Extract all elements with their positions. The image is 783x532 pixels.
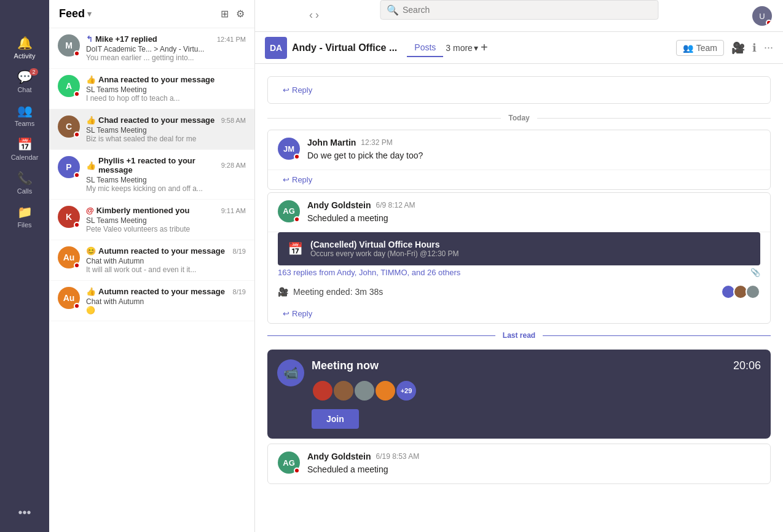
feed-preview: You mean earlier ... getting into...	[86, 53, 246, 62]
participant-avatar	[353, 380, 376, 402]
feed-item-content: 👍 Autumn reacted to your message 8/19 Ch…	[86, 287, 246, 315]
sidebar-item-chat[interactable]: 💬 2 Chat	[0, 65, 49, 98]
topbar: ‹ › 🔍 U	[255, 0, 783, 32]
sidebar-item-teams[interactable]: 👥 Teams	[0, 98, 49, 132]
msg-header: Andy Goldstein 6/9 8:12 AM	[307, 200, 760, 210]
feed-sender: 👍 Phyllis +1 reacted to your message	[86, 156, 221, 174]
feed-title: Feed ▾	[59, 7, 216, 20]
status-dot	[294, 467, 300, 474]
sidebar-more[interactable]: •••	[18, 506, 31, 520]
list-item[interactable]: P 👍 Phyllis +1 reacted to your message 9…	[49, 150, 254, 200]
forward-button[interactable]: ›	[315, 9, 319, 22]
reply-button[interactable]: ↩ Reply	[278, 307, 760, 321]
meeting-subtitle: Occurs every work day (Mon-Fri) @12:30 P…	[310, 249, 459, 258]
feed-title-chevron[interactable]: ▾	[87, 9, 92, 18]
feed-item-content: @ Kimberly mentioned you 9:11 AM SL Team…	[86, 206, 246, 233]
feed-subject: Chat with Autumn	[86, 297, 246, 306]
video-call-button[interactable]: 🎥	[731, 41, 745, 55]
msg-text: Do we get to pick the day too?	[307, 150, 760, 162]
feed-preview: Biz is what sealed the deal for me	[86, 135, 246, 143]
message-thread: AG Andy Goldstein 6/19 8:53 AM Scheduled…	[267, 444, 771, 484]
meeting-now-card: 📹 Meeting now 20:06 +29 Join	[267, 350, 771, 439]
user-avatar[interactable]: U	[751, 5, 773, 27]
feed-time: 9:11 AM	[221, 207, 246, 214]
message-avatar: AG	[278, 452, 300, 474]
search-icon: 🔍	[387, 4, 399, 16]
list-item[interactable]: A 👍 Anna reacted to your message ··· SL …	[49, 69, 254, 109]
list-item[interactable]: K @ Kimberly mentioned you 9:11 AM SL Te…	[49, 200, 254, 240]
msg-time: 6/19 8:53 AM	[376, 452, 419, 461]
avatar-wrap: C	[58, 115, 80, 138]
tab-more[interactable]: 3 more ▾	[446, 43, 478, 53]
reply-count[interactable]: 163 replies from Andy, John, TIMMO, and …	[268, 265, 770, 280]
sidebar-item-label: Files	[17, 221, 31, 229]
divider-line	[267, 118, 501, 119]
feed-preview: 🟡	[86, 306, 246, 315]
search-input[interactable]	[403, 5, 651, 15]
feed-item-content: 👍 Phyllis +1 reacted to your message 9:2…	[86, 156, 246, 193]
sidebar: 🔔 Activity 💬 2 Chat 👥 Teams 📅 Calendar 📞…	[0, 0, 49, 532]
status-dot	[74, 50, 80, 57]
feed-subject: SL Teams Meeting	[86, 216, 246, 225]
tab-posts[interactable]: Posts	[407, 39, 443, 57]
feed-item-header: 👍 Anna reacted to your message ···	[86, 75, 246, 84]
feed-preview: My mic keeps kicking on and off a...	[86, 184, 246, 193]
list-item[interactable]: C 👍 Chad reacted to your message 9:58 AM…	[49, 109, 254, 150]
last-read-divider: Last read	[255, 326, 783, 345]
feed-time: 12:41 PM	[217, 36, 246, 43]
feed-item-content: ↰ Mike +17 replied 12:41 PM DoIT Academi…	[86, 34, 246, 62]
avatar-wrap: Au	[58, 287, 80, 309]
reply-button[interactable]: ↩ Reply	[278, 173, 760, 187]
more-options-button[interactable]: ···	[764, 41, 773, 54]
feed-preview: Pete Valeo volunteers as tribute	[86, 225, 246, 233]
team-icon: 👥	[683, 43, 693, 53]
join-meeting-button[interactable]: Join	[312, 409, 359, 429]
meeting-ended-row: 🎥 Meeting ended: 3m 38s	[268, 280, 770, 304]
message-avatar: AG	[278, 200, 300, 222]
day-label: Today	[508, 114, 529, 122]
sidebar-item-activity[interactable]: 🔔 Activity	[0, 31, 49, 65]
feed-item-content: 👍 Anna reacted to your message ··· SL Te…	[86, 75, 246, 103]
last-read-line-right	[543, 335, 771, 336]
team-button[interactable]: 👥 Team	[676, 40, 724, 56]
files-icon: 📁	[17, 205, 33, 219]
settings-icon[interactable]: ⚙	[236, 8, 245, 20]
channel-avatar: DA	[265, 37, 287, 59]
feed-item-header: 👍 Phyllis +1 reacted to your message 9:2…	[86, 156, 246, 174]
channel-actions: 👥 Team 🎥 ℹ ···	[676, 40, 773, 56]
msg-text: Scheduled a meeting	[307, 213, 760, 225]
feed-item-header: @ Kimberly mentioned you 9:11 AM	[86, 206, 246, 215]
channel-header: DA Andy - Virtual Office ... Posts 3 mor…	[255, 32, 783, 64]
msg-header: Andy Goldstein 6/19 8:53 AM	[307, 452, 760, 461]
add-tab-button[interactable]: +	[481, 41, 488, 55]
message-avatar: JM	[278, 138, 300, 160]
info-button[interactable]: ℹ	[752, 41, 757, 55]
msg-time: 6/9 8:12 AM	[376, 201, 415, 209]
chevron-down-icon: ▾	[474, 43, 478, 53]
feed-sender: ↰ Mike +17 replied	[86, 34, 157, 44]
sidebar-item-files[interactable]: 📁 Files	[0, 200, 49, 233]
reply-button[interactable]: ↩ Reply	[278, 83, 760, 97]
feed-sender: 👍 Anna reacted to your message	[86, 75, 214, 84]
list-item[interactable]: Au 😊 Autumn reacted to your message 8/19…	[49, 240, 254, 281]
sidebar-item-calendar[interactable]: 📅 Calendar	[0, 132, 49, 166]
sidebar-item-calls[interactable]: 📞 Calls	[0, 166, 49, 200]
feed-subject: SL Teams Meeting	[86, 85, 246, 94]
message-item: JM John Martin 12:32 PM Do we get to pic…	[268, 130, 770, 170]
meeting-now-camera-icon: 📹	[277, 359, 304, 386]
message-content: John Martin 12:32 PM Do we get to pick t…	[307, 138, 760, 162]
msg-header: John Martin 12:32 PM	[307, 138, 760, 147]
list-item[interactable]: Au 👍 Autumn reacted to your message 8/19…	[49, 281, 254, 321]
message-content: Andy Goldstein 6/9 8:12 AM Scheduled a m…	[307, 200, 760, 225]
reply-icon: ↩	[283, 175, 289, 184]
calls-icon: 📞	[17, 171, 33, 186]
meeting-title: (Cancelled) Virtual Office Hours	[310, 240, 459, 249]
teams-icon: 👥	[17, 103, 33, 118]
list-item[interactable]: M ↰ Mike +17 replied 12:41 PM DoIT Acade…	[49, 28, 254, 69]
back-button[interactable]: ‹	[309, 9, 313, 22]
filter-icon[interactable]: ⊞	[221, 8, 229, 20]
feed-time: 9:58 AM	[221, 117, 246, 124]
search-bar[interactable]: 🔍	[380, 0, 658, 20]
last-read-line-left	[267, 335, 495, 336]
feed-subject: SL Teams Meeting	[86, 126, 246, 135]
